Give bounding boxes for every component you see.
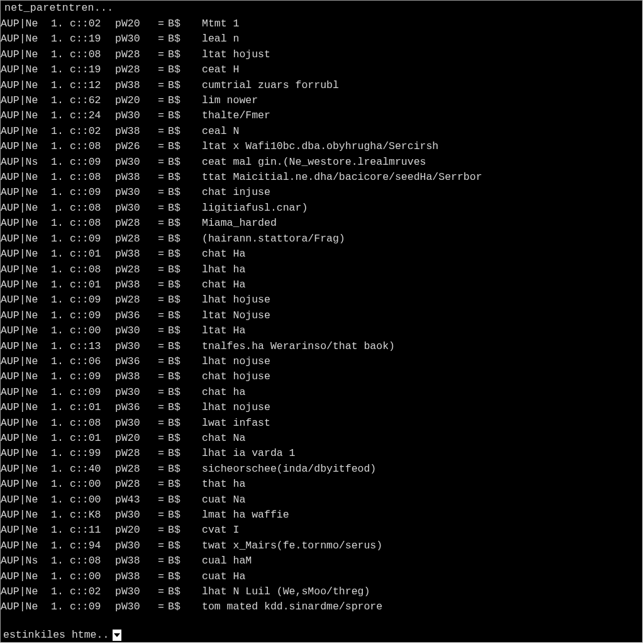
- header-title: net_paretntren...: [4, 2, 113, 14]
- cursor-icon: [113, 630, 121, 641]
- col-num: 1.: [45, 323, 70, 338]
- col-pw: pW30: [115, 31, 154, 47]
- col-cc: c::94: [70, 538, 115, 553]
- col-desc: chat ha: [189, 385, 245, 400]
- col-tag: AUP|Ne: [1, 584, 45, 599]
- col-num: 1.: [45, 108, 70, 123]
- col-cc: c::00: [70, 477, 115, 492]
- log-line: AUP|Ne1.c::99pW28=B$lhat ia varda 1: [1, 446, 642, 461]
- col-num: 1.: [45, 523, 70, 538]
- col-eq: =: [154, 323, 168, 338]
- col-bflag: B$: [168, 139, 189, 154]
- col-desc: ceat H: [189, 62, 239, 77]
- col-bflag: B$: [168, 462, 189, 477]
- col-cc: c::62: [70, 93, 115, 108]
- log-line: AUP|Ne1.c::40pW28=B$sicheorschee(inda/db…: [1, 462, 642, 477]
- col-cc: c::09: [70, 308, 115, 323]
- col-bflag: B$: [168, 216, 189, 231]
- col-tag: AUP|Ne: [1, 108, 45, 123]
- log-line: AUP|Ne1.c::00pW43=B$cuat Na: [1, 492, 642, 508]
- col-eq: =: [154, 354, 168, 369]
- col-bflag: B$: [168, 508, 189, 523]
- col-cc: c::08: [70, 201, 115, 216]
- col-eq: =: [154, 78, 168, 93]
- col-pw: pW26: [115, 139, 154, 154]
- col-tag: AUP|Ne: [1, 308, 45, 323]
- col-pw: pW30: [115, 508, 154, 523]
- col-eq: =: [154, 416, 168, 431]
- col-tag: AUP|Ne: [1, 231, 45, 247]
- log-line: AUP|Ne1.c::02pW20=B$Mtmt 1: [1, 16, 642, 31]
- col-cc: c::K8: [70, 508, 115, 523]
- col-tag: AUP|Ne: [1, 93, 45, 108]
- col-num: 1.: [45, 431, 70, 446]
- col-desc: lhat N Luil (We,sMoo/threg): [189, 584, 370, 599]
- col-eq: =: [154, 124, 168, 139]
- col-desc: ltat Ha: [189, 323, 245, 338]
- col-pw: pW43: [115, 492, 154, 508]
- col-tag: AUP|Ne: [1, 216, 45, 231]
- col-cc: c::02: [70, 16, 115, 31]
- col-tag: AUP|Ne: [1, 292, 45, 308]
- col-desc: lhat ia varda 1: [189, 446, 296, 461]
- col-desc: cvat I: [189, 523, 239, 538]
- col-desc: ltat Nojuse: [189, 308, 270, 323]
- log-line: AUP|Ns1.c::08pW38=B$cual haM: [1, 553, 642, 569]
- col-pw: pW20: [115, 93, 154, 108]
- col-cc: c::19: [70, 31, 115, 47]
- col-cc: c::08: [70, 170, 115, 185]
- col-bflag: B$: [168, 569, 189, 584]
- col-num: 1.: [45, 16, 70, 31]
- col-num: 1.: [45, 247, 70, 262]
- col-bflag: B$: [168, 108, 189, 123]
- col-tag: AUP|Ne: [1, 477, 45, 492]
- col-pw: pW28: [115, 446, 154, 461]
- col-eq: =: [154, 492, 168, 508]
- col-tag: AUP|Ne: [1, 62, 45, 77]
- col-cc: c::13: [70, 339, 115, 354]
- col-pw: pW28: [115, 62, 154, 77]
- col-eq: =: [154, 47, 168, 62]
- col-desc: lhat nojuse: [189, 354, 270, 369]
- col-num: 1.: [45, 584, 70, 599]
- col-eq: =: [154, 155, 168, 170]
- col-num: 1.: [45, 292, 70, 308]
- col-eq: =: [154, 231, 168, 247]
- col-cc: c::08: [70, 262, 115, 277]
- col-cc: c::01: [70, 247, 115, 262]
- col-tag: AUP|Ne: [1, 538, 45, 553]
- col-pw: pW36: [115, 308, 154, 323]
- col-cc: c::19: [70, 62, 115, 77]
- log-line: AUP|Ne1.c::09pW30=B$chat ha: [1, 385, 642, 400]
- col-num: 1.: [45, 78, 70, 93]
- log-line: AUP|Ne1.c::01pW38=B$chat Ha: [1, 247, 642, 262]
- col-num: 1.: [45, 508, 70, 523]
- col-eq: =: [154, 308, 168, 323]
- col-num: 1.: [45, 139, 70, 154]
- col-pw: pW28: [115, 231, 154, 247]
- terminal-output[interactable]: AUP|Ne1.c::02pW20=B$Mtmt 1AUP|Ne1.c::19p…: [1, 16, 642, 629]
- col-bflag: B$: [168, 477, 189, 492]
- col-cc: c::24: [70, 108, 115, 123]
- col-cc: c::08: [70, 216, 115, 231]
- col-num: 1.: [45, 538, 70, 553]
- log-line: AUP|Ne1.c::09pW28=B$lhat hojuse: [1, 292, 642, 308]
- command-prompt[interactable]: estinkiles htme..: [1, 629, 642, 642]
- col-num: 1.: [45, 47, 70, 62]
- col-pw: pW38: [115, 170, 154, 185]
- log-line: AUP|Ns1.c::09pW30=B$ceat mal gin.(Ne_wes…: [1, 155, 642, 170]
- log-line: AUP|Ne1.c::08pW30=B$lwat infast: [1, 416, 642, 431]
- col-tag: AUP|Ne: [1, 323, 45, 338]
- col-cc: c::02: [70, 124, 115, 139]
- col-eq: =: [154, 108, 168, 123]
- col-pw: pW28: [115, 216, 154, 231]
- col-desc: tom mated kdd.sinardme/sprore: [189, 599, 382, 614]
- col-bflag: B$: [168, 599, 189, 614]
- col-cc: c::00: [70, 492, 115, 508]
- col-num: 1.: [45, 492, 70, 508]
- col-eq: =: [154, 139, 168, 154]
- col-num: 1.: [45, 339, 70, 354]
- col-eq: =: [154, 201, 168, 216]
- col-bflag: B$: [168, 170, 189, 185]
- col-desc: lhat ha: [189, 262, 245, 277]
